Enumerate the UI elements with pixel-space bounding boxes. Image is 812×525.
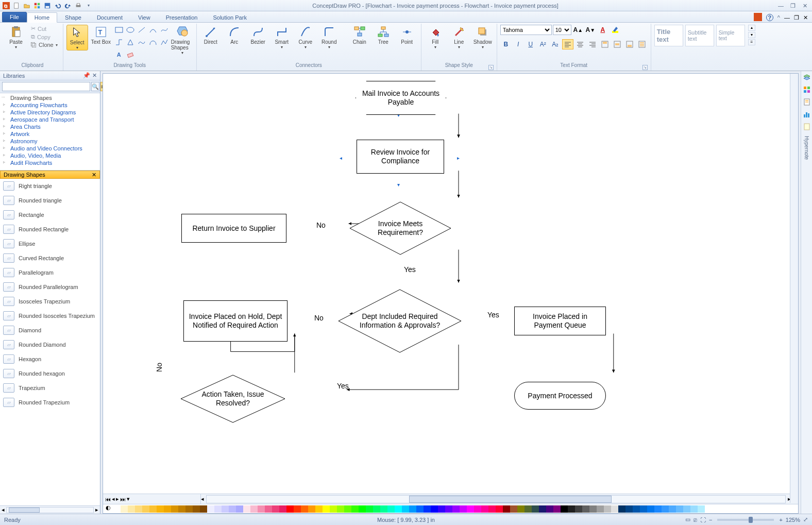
zoom-out-icon[interactable]: − <box>709 517 712 523</box>
tree-item[interactable]: Astronomy <box>0 138 100 145</box>
palette-item[interactable]: ▱Diamond <box>0 323 100 337</box>
side-hscroll[interactable]: ◂ ▸ <box>0 505 100 514</box>
color-swatch[interactable] <box>286 505 294 513</box>
color-swatch[interactable] <box>662 505 669 513</box>
help-icon[interactable]: ? <box>766 14 773 21</box>
color-swatch[interactable] <box>315 505 323 513</box>
node-payment-queue[interactable]: Invoice Placed in Payment Queue <box>514 307 606 335</box>
connector-tool-icon[interactable] <box>114 37 124 47</box>
prev-page-icon[interactable]: ◂ <box>112 496 115 502</box>
node-mail-invoice[interactable]: Mail Invoice to Accounts Payable <box>356 81 446 115</box>
node-dept-included[interactable]: Dept Included Required Information & App… <box>338 289 462 353</box>
fontsize-combo[interactable]: 10 <box>553 25 571 35</box>
color-swatch[interactable] <box>503 505 510 513</box>
tab-home[interactable]: Home <box>27 12 57 23</box>
dialog-launcher-icon[interactable]: ↘ <box>488 65 494 70</box>
bezier-tool-icon[interactable] <box>148 37 158 47</box>
fill-button[interactable]: Fill▾ <box>425 25 446 49</box>
tree-item[interactable]: Artwork <box>0 130 100 138</box>
color-swatch[interactable] <box>178 505 185 513</box>
new-doc-icon[interactable] <box>12 2 21 10</box>
palette-item[interactable]: ▱Rounded triangle <box>0 193 100 208</box>
tab-presentation[interactable]: Presentation <box>158 12 206 22</box>
tree-item[interactable]: Accounting Flowcharts <box>0 101 100 109</box>
selection-handle-icon[interactable]: ▸ <box>457 155 460 161</box>
color-swatch[interactable] <box>128 505 135 513</box>
color-swatch[interactable] <box>575 505 582 513</box>
color-swatch[interactable] <box>243 505 250 513</box>
select-tool[interactable]: Select▾ <box>66 25 88 50</box>
align-center-icon[interactable] <box>574 39 586 49</box>
style-simple[interactable]: Simple text <box>716 25 745 46</box>
minimize-icon[interactable]: — <box>778 3 785 9</box>
ellipse-tool-icon[interactable] <box>125 25 136 35</box>
chain-connector[interactable]: Chain <box>349 25 370 45</box>
chart-panel-icon[interactable] <box>803 110 811 118</box>
tree-header[interactable]: Drawing Shapes <box>0 94 100 101</box>
color-swatch[interactable] <box>698 505 705 513</box>
color-swatch[interactable] <box>193 505 200 513</box>
color-swatch[interactable] <box>409 505 416 513</box>
page-tabs-nav[interactable]: ⏮ ◂ ▸ ⏭ ▾ <box>103 494 201 504</box>
color-swatch[interactable] <box>113 505 121 513</box>
smart-connector[interactable]: Smart▾ <box>271 25 293 49</box>
view-mode-icon[interactable]: ▭ <box>685 516 690 523</box>
tab-shape[interactable]: Shape <box>57 12 89 22</box>
superscript-button[interactable]: A² <box>537 39 549 49</box>
color-swatch[interactable] <box>546 505 553 513</box>
color-swatch[interactable] <box>452 505 460 513</box>
color-palette-bar[interactable]: ◐ <box>103 504 798 513</box>
font-combo[interactable]: Tahoma <box>500 25 552 35</box>
close-icon[interactable]: ✕ <box>803 3 810 9</box>
tree-item[interactable]: Audio and Video Connectors <box>0 145 100 152</box>
selection-handle-icon[interactable]: ◂ <box>340 155 342 161</box>
color-swatch[interactable] <box>424 505 431 513</box>
line-button[interactable]: Line▾ <box>448 25 470 49</box>
palette-item[interactable]: ▱Rounded Isosceles Trapezium <box>0 309 100 323</box>
palette-item[interactable]: ▱Rounded hexagon <box>0 366 100 381</box>
palette-item[interactable]: ▱Rounded Rectangle <box>0 222 100 236</box>
restore-icon[interactable]: ❐ <box>790 3 798 9</box>
color-swatch[interactable] <box>258 505 265 513</box>
color-mode-icon[interactable]: ◐ <box>103 504 113 513</box>
color-swatch[interactable] <box>474 505 481 513</box>
color-swatch[interactable] <box>467 505 474 513</box>
color-swatch[interactable] <box>525 505 532 513</box>
drawing-canvas[interactable]: ◂ ▸ ▾ ▾ <box>103 74 798 494</box>
polygon-tool-icon[interactable] <box>125 37 136 47</box>
direct-connector[interactable]: Direct <box>200 25 222 45</box>
palette-item[interactable]: ▱Right triangle <box>0 179 100 193</box>
layers-icon[interactable] <box>803 73 811 81</box>
color-swatch[interactable] <box>618 505 625 513</box>
color-swatch[interactable] <box>676 505 683 513</box>
node-payment-processed[interactable]: Payment Processed <box>514 382 606 410</box>
font-color-icon[interactable]: A <box>597 25 608 35</box>
scroll-up-icon[interactable]: ▴ <box>748 25 755 31</box>
align-left-icon[interactable] <box>562 39 573 49</box>
tree-item[interactable]: Audit Flowcharts <box>0 159 100 166</box>
first-page-icon[interactable]: ⏮ <box>105 496 111 502</box>
color-swatch[interactable] <box>625 505 633 513</box>
color-swatch[interactable] <box>351 505 359 513</box>
color-swatch[interactable] <box>207 505 214 513</box>
textbox-tool[interactable]: T Text Box <box>90 25 112 45</box>
justify-icon[interactable] <box>636 39 648 49</box>
redo-icon[interactable] <box>64 2 72 10</box>
color-swatch[interactable] <box>690 505 698 513</box>
child-restore-icon[interactable]: ❐ <box>794 14 799 21</box>
shrink-font-icon[interactable]: A▼ <box>585 25 596 35</box>
color-swatch[interactable] <box>135 505 142 513</box>
color-swatch[interactable] <box>597 505 604 513</box>
last-page-icon[interactable]: ⏭ <box>120 496 126 502</box>
palette-item[interactable]: ▱Parallelogram <box>0 265 100 280</box>
color-swatch[interactable] <box>510 505 517 513</box>
vertical-scrollbar[interactable] <box>790 74 798 503</box>
curve-connector[interactable]: Curve▾ <box>295 25 316 49</box>
bold-button[interactable]: B <box>500 39 512 49</box>
color-swatch[interactable] <box>185 505 193 513</box>
freehand-tool-icon[interactable] <box>137 37 147 47</box>
selection-handle-icon[interactable]: ▾ <box>397 182 400 188</box>
cut-button[interactable]: ✂Cut <box>29 25 60 32</box>
palette-item[interactable]: ▱Rounded Trapezium <box>0 395 100 410</box>
color-swatch[interactable] <box>171 505 178 513</box>
